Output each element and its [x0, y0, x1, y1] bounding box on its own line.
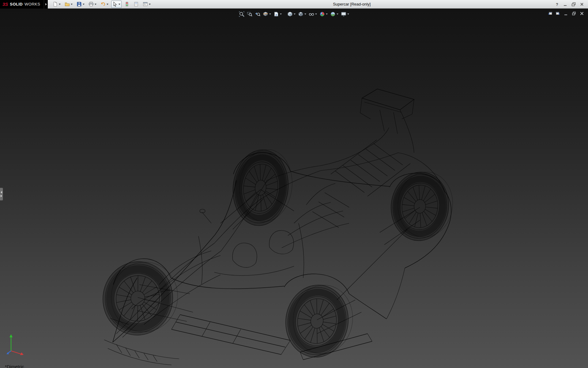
view-orientation-label: *Dimetric [5, 364, 24, 368]
svg-text:A: A [275, 13, 277, 16]
collapse-arrow-icon [1, 191, 2, 194]
apply-scene-button[interactable] [329, 10, 339, 18]
featuremanager-splitter-tab[interactable] [0, 188, 3, 201]
dropdown-arrow-icon[interactable] [83, 4, 85, 5]
solidworks-logo: 3S SOLIDWORKS [0, 0, 44, 9]
dropdown-arrow-icon[interactable] [304, 13, 306, 15]
previous-view-icon [255, 11, 260, 17]
restore-icon [571, 11, 576, 16]
dropdown-arrow-icon[interactable] [119, 4, 120, 5]
dropdown-arrow-icon[interactable] [326, 13, 328, 15]
close-document-button[interactable] [579, 10, 585, 17]
dropdown-arrow-icon[interactable] [347, 13, 349, 15]
zoom-to-fit-button[interactable] [238, 10, 245, 18]
display-style-button[interactable] [297, 10, 307, 18]
supercar-wireframe-model[interactable] [0, 9, 588, 368]
select-cursor-icon [112, 2, 118, 7]
restore-window-button[interactable] [571, 1, 577, 7]
orientation-triad [6, 333, 26, 357]
dropdown-arrow-icon[interactable] [149, 4, 151, 5]
rebuild-icon [124, 2, 130, 7]
document-window-controls [547, 10, 585, 17]
close-icon [579, 2, 584, 7]
standard-toolbar [51, 1, 152, 8]
dropdown-arrow-icon[interactable] [107, 4, 108, 5]
zoom-to-area-icon [247, 11, 252, 17]
document-title: Supercar [Read-only] [152, 2, 552, 6]
view-cube-icon [287, 11, 293, 17]
menu-expand-arrow-icon[interactable] [44, 0, 48, 9]
wheel-front-left [97, 255, 183, 342]
display-style-icon [298, 11, 303, 17]
dropdown-arrow-icon[interactable] [280, 13, 282, 15]
window-controls: ? [554, 1, 585, 7]
zoom-to-fit-icon [239, 11, 244, 17]
print-button[interactable] [87, 1, 98, 8]
car-wheels [97, 146, 456, 362]
select-tool-button[interactable] [111, 1, 122, 8]
wheel-rear-left [281, 280, 357, 362]
minimize-icon [563, 2, 568, 7]
annotation-views-button[interactable]: A [273, 10, 283, 18]
logo-text-solid: SOLID [10, 2, 23, 6]
file-properties-icon [134, 2, 139, 7]
new-document-icon [53, 2, 58, 7]
restore-icon [571, 2, 576, 7]
save-icon [77, 2, 82, 7]
wheel-rear-right [388, 169, 456, 244]
scene-globe-icon [330, 11, 336, 17]
section-view-button[interactable] [262, 10, 272, 18]
hide-show-items-button[interactable] [308, 10, 318, 18]
file-properties-button[interactable] [132, 1, 140, 8]
dropdown-arrow-icon[interactable] [95, 4, 96, 5]
dropdown-arrow-icon[interactable] [269, 13, 271, 15]
view-orientation-button[interactable] [286, 10, 296, 18]
expand-arrow-icon [1, 195, 2, 197]
next-window-button[interactable] [555, 10, 561, 17]
dropdown-arrow-icon[interactable] [337, 13, 338, 15]
undo-icon [100, 2, 106, 7]
window-next-icon [556, 11, 560, 16]
print-icon [89, 2, 94, 7]
window-previous-icon [548, 11, 552, 16]
edit-appearance-button[interactable] [318, 10, 329, 18]
open-folder-icon [65, 2, 70, 7]
dropdown-arrow-icon[interactable] [59, 4, 61, 5]
undo-button[interactable] [99, 1, 110, 8]
wheel-front-right [229, 146, 296, 229]
zoom-to-area-button[interactable] [246, 10, 253, 18]
dropdown-arrow-icon[interactable] [71, 4, 73, 5]
help-icon: ? [555, 2, 560, 7]
appearance-ball-icon [319, 11, 325, 17]
new-document-button[interactable] [51, 1, 62, 8]
restore-document-button[interactable] [571, 10, 577, 17]
options-icon [143, 2, 148, 7]
graphics-area[interactable]: A *Dimetric [0, 9, 588, 368]
help-button[interactable]: ? [554, 1, 560, 7]
dropdown-arrow-icon[interactable] [315, 13, 317, 15]
close-icon [579, 11, 584, 16]
dropdown-arrow-icon[interactable] [294, 13, 296, 15]
view-settings-icon [341, 11, 346, 17]
minimize-window-button[interactable] [562, 1, 568, 7]
headsup-view-toolbar: A [238, 10, 350, 18]
dassault-3ds-logo-icon: 3S [2, 2, 8, 7]
rebuild-button[interactable] [123, 1, 131, 8]
close-window-button[interactable] [579, 1, 585, 7]
svg-text:?: ? [556, 2, 558, 6]
app-titlebar: 3S SOLIDWORKS Supercar [Read-only] ? [0, 0, 588, 9]
options-button[interactable] [141, 1, 152, 8]
save-button[interactable] [75, 1, 86, 8]
minimize-icon [564, 11, 568, 16]
eyeglasses-icon [309, 11, 314, 17]
logo-text-works: WORKS [24, 2, 40, 6]
previous-view-button[interactable] [254, 10, 261, 18]
previous-window-button[interactable] [547, 10, 553, 17]
section-view-icon [263, 11, 268, 17]
minimize-document-button[interactable] [563, 10, 569, 17]
view-settings-button[interactable] [340, 10, 350, 18]
annotation-views-icon: A [273, 11, 279, 17]
open-button[interactable] [63, 1, 74, 8]
